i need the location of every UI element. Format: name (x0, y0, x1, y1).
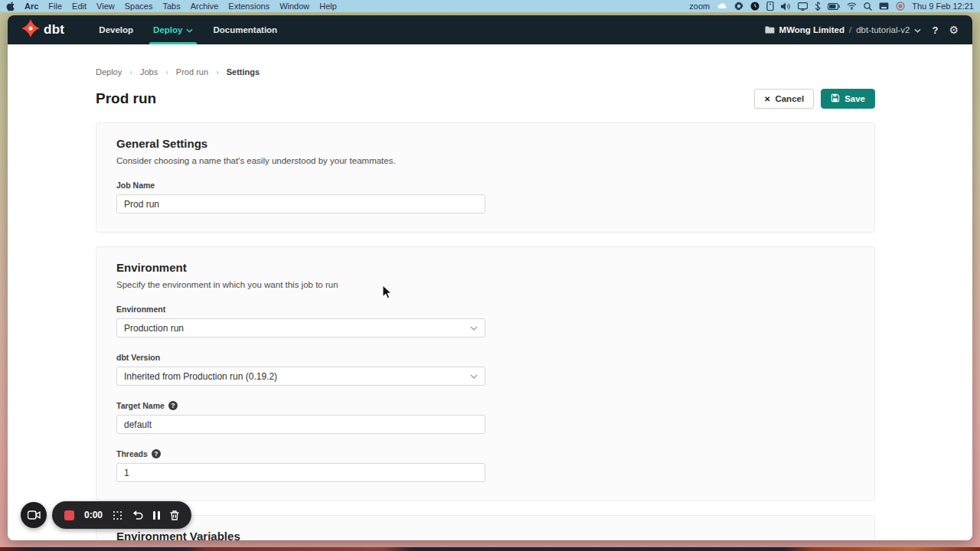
breadcrumb-jobs[interactable]: Jobs (140, 67, 158, 77)
camera-button[interactable] (21, 502, 47, 528)
menu-item-extensions[interactable]: Extensions (228, 2, 270, 11)
save-floppy-icon (831, 93, 840, 104)
account-project-switcher[interactable]: MWong Limited / dbt-tutorial-v2 (764, 25, 922, 35)
spotlight-search-icon[interactable] (864, 2, 872, 11)
environment-select-label: Environment (116, 305, 854, 314)
drag-handle-button[interactable] (113, 510, 122, 520)
browser-window: dbt Develop Deploy Documentation MWong L… (8, 15, 972, 540)
gear-status-icon[interactable] (734, 2, 743, 11)
breadcrumb-deploy[interactable]: Deploy (96, 67, 122, 77)
grid-dots-icon (113, 510, 122, 520)
dbt-brand[interactable]: dbt (21, 19, 64, 41)
dbt-top-navbar: dbt Develop Deploy Documentation MWong L… (8, 15, 972, 44)
dbt-version-label: dbt Version (116, 353, 854, 362)
chevron-down-icon (914, 25, 921, 34)
screen-mirroring-icon[interactable] (879, 2, 889, 10)
environment-select[interactable]: Production run (116, 318, 485, 337)
save-button-label: Save (844, 94, 865, 103)
breadcrumb-prod-run[interactable]: Prod run (176, 67, 208, 77)
nav-tab-deploy[interactable]: Deploy (143, 15, 203, 44)
breadcrumb: Deploy › Jobs › Prod run › Settings (96, 67, 875, 77)
undo-arrow-icon (132, 510, 143, 520)
menu-item-tabs[interactable]: Tabs (162, 2, 180, 11)
settings-gear-icon[interactable]: ⚙ (949, 24, 959, 35)
volume-icon[interactable] (781, 2, 791, 11)
bluetooth-icon[interactable] (815, 2, 821, 11)
job-name-label: Job Name (116, 181, 854, 190)
nav-tab-develop-label: Develop (99, 25, 133, 34)
target-name-help-icon[interactable]: ? (168, 401, 178, 410)
menu-item-help[interactable]: Help (319, 2, 337, 11)
chevron-down-icon (470, 374, 478, 379)
dock-strip (0, 547, 980, 551)
general-settings-card: General Settings Consider choosing a nam… (96, 122, 875, 233)
stop-recording-button[interactable] (64, 510, 74, 520)
display-icon[interactable] (798, 2, 808, 11)
menu-item-window[interactable]: Window (279, 2, 309, 11)
general-settings-heading: General Settings (116, 137, 854, 150)
dbt-logo-icon (21, 19, 40, 41)
cancel-button-label: Cancel (775, 94, 804, 103)
target-name-label: Target Name (116, 401, 165, 410)
chevron-down-icon (186, 25, 193, 34)
environment-select-value: Production run (124, 323, 184, 334)
nav-tab-develop[interactable]: Develop (89, 15, 143, 44)
threads-help-icon[interactable]: ? (152, 449, 161, 458)
menu-item-view[interactable]: View (96, 2, 115, 11)
nav-tab-documentation[interactable]: Documentation (203, 15, 287, 44)
screen-recorder-toolbar: 0:00 (21, 501, 191, 529)
menu-item-archive[interactable]: Archive (191, 2, 219, 11)
screen-recording-indicator[interactable] (896, 2, 905, 11)
environment-card: Environment Specify the environment in w… (96, 246, 875, 501)
close-icon: ✕ (764, 95, 770, 103)
general-settings-description: Consider choosing a name that's easily u… (116, 156, 854, 165)
threads-label: Threads (116, 449, 148, 458)
account-name: MWong Limited (779, 25, 844, 34)
breadcrumb-separator-icon: › (165, 67, 168, 77)
project-name: dbt-tutorial-v2 (856, 25, 910, 34)
environment-heading: Environment (116, 261, 854, 274)
video-camera-icon (28, 510, 41, 520)
job-name-input[interactable] (116, 194, 485, 214)
menu-item-spaces[interactable]: Spaces (125, 2, 153, 11)
trash-icon (170, 510, 179, 520)
job-settings-page: Deploy › Jobs › Prod run › Settings Prod… (8, 44, 972, 540)
menu-item-arc[interactable]: Arc (24, 2, 38, 11)
menu-item-file[interactable]: File (48, 2, 62, 11)
breadcrumb-separator-icon: › (129, 67, 132, 77)
environment-description: Specify the environment in which you wan… (116, 280, 854, 289)
dbt-version-select-value: Inherited from Production run (0.19.2) (124, 371, 277, 382)
dbt-brand-text: dbt (44, 22, 64, 37)
nav-tab-documentation-label: Documentation (213, 25, 277, 34)
dbt-version-select[interactable]: Inherited from Production run (0.19.2) (116, 367, 485, 386)
environment-variables-heading: Environment Variables (116, 530, 854, 540)
chevron-down-icon (470, 326, 478, 331)
page-title: Prod run (96, 90, 156, 107)
account-project-separator: / (849, 25, 851, 34)
apple-menu-icon[interactable] (6, 1, 15, 11)
clock-status-icon[interactable] (750, 2, 760, 11)
wifi-icon[interactable] (847, 2, 857, 10)
menu-item-edit[interactable]: Edit (72, 2, 87, 11)
menu-app-zoom[interactable]: zoom (689, 2, 710, 11)
cloud-icon[interactable] (717, 2, 727, 10)
restart-recording-button[interactable] (132, 510, 143, 520)
recording-timer: 0:00 (84, 510, 103, 520)
folder-icon (764, 25, 775, 35)
nav-tab-deploy-label: Deploy (153, 25, 182, 34)
widget-icon[interactable] (766, 2, 774, 11)
breadcrumb-settings: Settings (227, 67, 260, 77)
menubar-clock[interactable]: Thu 9 Feb 12:21 (912, 2, 974, 11)
pause-recording-button[interactable] (153, 511, 160, 520)
environment-variables-card: Environment Variables Job level override… (96, 515, 875, 540)
delete-recording-button[interactable] (170, 510, 179, 520)
cancel-button[interactable]: ✕ Cancel (754, 89, 814, 109)
battery-icon[interactable] (828, 3, 840, 10)
macos-menu-bar: Arc File Edit View Spaces Tabs Archive E… (0, 0, 980, 12)
help-icon[interactable]: ? (932, 24, 938, 36)
threads-input[interactable] (116, 463, 485, 482)
save-button[interactable]: Save (821, 89, 875, 109)
breadcrumb-separator-icon: › (216, 67, 219, 77)
target-name-input[interactable] (116, 415, 485, 434)
